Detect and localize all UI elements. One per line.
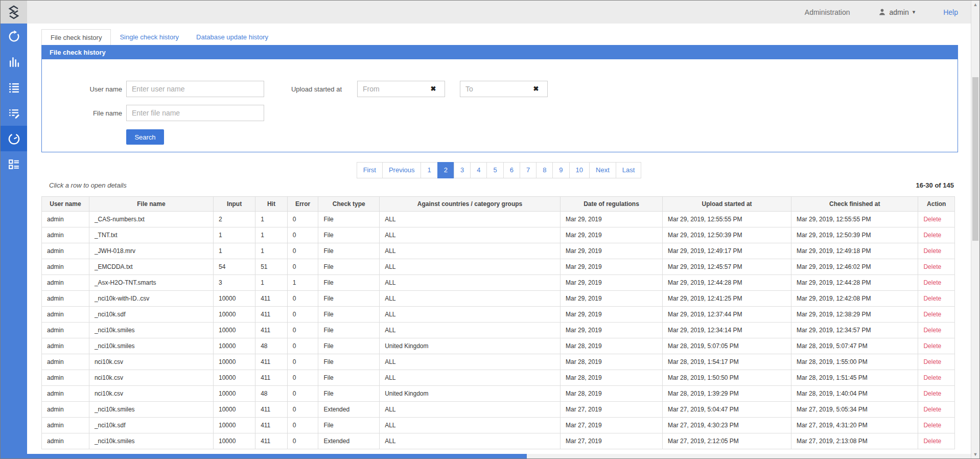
- delete-link[interactable]: Delete: [923, 279, 941, 286]
- page-5[interactable]: 5: [486, 162, 503, 178]
- page-previous[interactable]: Previous: [382, 162, 422, 178]
- table-cell: United Kingdom: [380, 386, 561, 402]
- clear-from-icon[interactable]: ✖: [429, 85, 437, 93]
- tab-single-check-history[interactable]: Single check history: [111, 29, 188, 45]
- table-cell: ALL: [380, 370, 561, 386]
- table-cell: 10000: [213, 433, 255, 449]
- help-link[interactable]: Help: [943, 8, 958, 16]
- table-row[interactable]: admin_TNT.txt110FileALLMar 29, 2019Mar 2…: [42, 227, 955, 243]
- scroll-down-icon[interactable]: ▼: [971, 452, 979, 457]
- delete-link[interactable]: Delete: [923, 311, 941, 318]
- sidebar-item-refresh[interactable]: [1, 24, 27, 49]
- sidebar-item-list[interactable]: [1, 75, 27, 100]
- history-table: User nameFile nameInputHitErrorCheck typ…: [41, 196, 955, 449]
- table-cell: Mar 27, 2019, 5:04:47 PM: [663, 402, 791, 418]
- search-button[interactable]: Search: [126, 129, 164, 145]
- table-cell: ALL: [380, 275, 561, 291]
- vertical-scrollbar[interactable]: ▲ ▼: [971, 1, 979, 458]
- table-row[interactable]: admin_nci10k.smiles100004110FileALLMar 2…: [42, 323, 955, 338]
- delete-link[interactable]: Delete: [923, 390, 941, 397]
- table-cell: ALL: [380, 259, 561, 275]
- horizontal-scrollbar[interactable]: [27, 454, 971, 458]
- table-row[interactable]: adminnci10k.csv100004110FileALLMar 28, 2…: [42, 354, 955, 370]
- user-menu[interactable]: admin ▾: [878, 8, 916, 16]
- delete-link[interactable]: Delete: [923, 232, 941, 239]
- delete-link[interactable]: Delete: [923, 438, 941, 445]
- horizontal-scrollbar-thumb[interactable]: [27, 454, 527, 458]
- table-cell: File: [318, 291, 380, 307]
- bar-chart-icon: [8, 56, 20, 68]
- logo-icon: [8, 5, 20, 19]
- table-cell: Mar 27, 2019: [560, 418, 662, 433]
- table-row[interactable]: admin_CAS-numbers.txt210FileALLMar 29, 2…: [42, 212, 955, 227]
- delete-link[interactable]: Delete: [923, 263, 941, 270]
- page-9[interactable]: 9: [552, 162, 569, 178]
- table-cell: 411: [255, 354, 288, 370]
- column-header: Date of regulations: [560, 197, 662, 212]
- sidebar-item-statistics[interactable]: [1, 49, 27, 75]
- page-1[interactable]: 1: [421, 162, 437, 178]
- page-8[interactable]: 8: [536, 162, 553, 178]
- action-cell: Delete: [918, 433, 955, 449]
- table-row[interactable]: admin_EMCDDA.txt54510FileALLMar 29, 2019…: [42, 259, 955, 275]
- table-cell: Mar 29, 2019: [560, 307, 662, 323]
- file-name-input[interactable]: [126, 105, 264, 121]
- table-cell: Mar 29, 2019: [560, 323, 662, 338]
- action-cell: Delete: [918, 243, 955, 259]
- page-first[interactable]: First: [357, 162, 383, 178]
- table-cell: ALL: [380, 227, 561, 243]
- table-cell: File: [318, 307, 380, 323]
- delete-link[interactable]: Delete: [923, 422, 941, 429]
- table-cell: Mar 27, 2019, 2:12:05 PM: [663, 433, 791, 449]
- sidebar-item-list-edit[interactable]: [1, 100, 27, 126]
- table-row[interactable]: adminnci10k.csv10000480FileUnited Kingdo…: [42, 386, 955, 402]
- user-name-input[interactable]: [126, 81, 264, 97]
- table-cell: nci10k.csv: [89, 386, 213, 402]
- page-6[interactable]: 6: [503, 162, 520, 178]
- table-row[interactable]: admin_nci10k.smiles100004110ExtendedALLM…: [42, 402, 955, 418]
- page-3[interactable]: 3: [454, 162, 471, 178]
- page-2[interactable]: 2: [437, 162, 454, 178]
- table-head-row: User nameFile nameInputHitErrorCheck typ…: [42, 197, 955, 212]
- table-cell: Mar 29, 2019: [560, 212, 662, 227]
- table-row[interactable]: admin_nci10k.smiles10000480FileUnited Ki…: [42, 338, 955, 354]
- delete-link[interactable]: Delete: [923, 374, 941, 381]
- table-cell: Mar 28, 2019, 5:07:47 PM: [791, 338, 918, 354]
- action-cell: Delete: [918, 338, 955, 354]
- delete-link[interactable]: Delete: [923, 358, 941, 365]
- table-cell: File: [318, 243, 380, 259]
- clear-to-icon[interactable]: ✖: [532, 85, 540, 93]
- tab-file-check-history[interactable]: File check history: [41, 29, 111, 45]
- sidebar-item-history[interactable]: [1, 126, 27, 151]
- sidebar-item-reports[interactable]: [1, 151, 27, 177]
- page-next[interactable]: Next: [589, 162, 616, 178]
- delete-link[interactable]: Delete: [923, 342, 941, 350]
- table-cell: ALL: [380, 243, 561, 259]
- table-row[interactable]: admin_nci10k.sdf100004110FileALLMar 29, …: [42, 307, 955, 323]
- delete-link[interactable]: Delete: [923, 216, 941, 223]
- delete-link[interactable]: Delete: [923, 327, 941, 334]
- table-row[interactable]: adminnci10k.csv100004110FileALLMar 28, 2…: [42, 370, 955, 386]
- table-row[interactable]: admin_nci10k-with-ID..csv100004110FileAL…: [42, 291, 955, 307]
- vertical-scrollbar-thumb[interactable]: [972, 77, 978, 241]
- scroll-up-icon[interactable]: ▲: [971, 2, 979, 7]
- table-row[interactable]: admin_JWH-018.mrv110FileALLMar 29, 2019M…: [42, 243, 955, 259]
- page-7[interactable]: 7: [520, 162, 536, 178]
- table-cell: nci10k.csv: [89, 354, 213, 370]
- page-4[interactable]: 4: [470, 162, 487, 178]
- table-cell: 0: [287, 433, 318, 449]
- delete-link[interactable]: Delete: [923, 247, 941, 255]
- app-logo[interactable]: [1, 1, 27, 24]
- table-cell: 1: [213, 243, 255, 259]
- table-cell: _nci10k.smiles: [89, 338, 213, 354]
- table-cell: 411: [255, 307, 288, 323]
- page-last[interactable]: Last: [616, 162, 642, 178]
- delete-link[interactable]: Delete: [923, 295, 941, 302]
- delete-link[interactable]: Delete: [923, 406, 941, 413]
- page-10[interactable]: 10: [569, 162, 590, 178]
- table-row[interactable]: admin_nci10k.smiles100004110ExtendedALLM…: [42, 433, 955, 449]
- table-row[interactable]: admin_nci10k.sdf100004110FileALLMar 27, …: [42, 418, 955, 433]
- table-cell: 411: [255, 291, 288, 307]
- table-row[interactable]: admin_Asx-H2O-TNT.smarts311FileALLMar 29…: [42, 275, 955, 291]
- tab-database-update-history[interactable]: Database update history: [188, 29, 277, 45]
